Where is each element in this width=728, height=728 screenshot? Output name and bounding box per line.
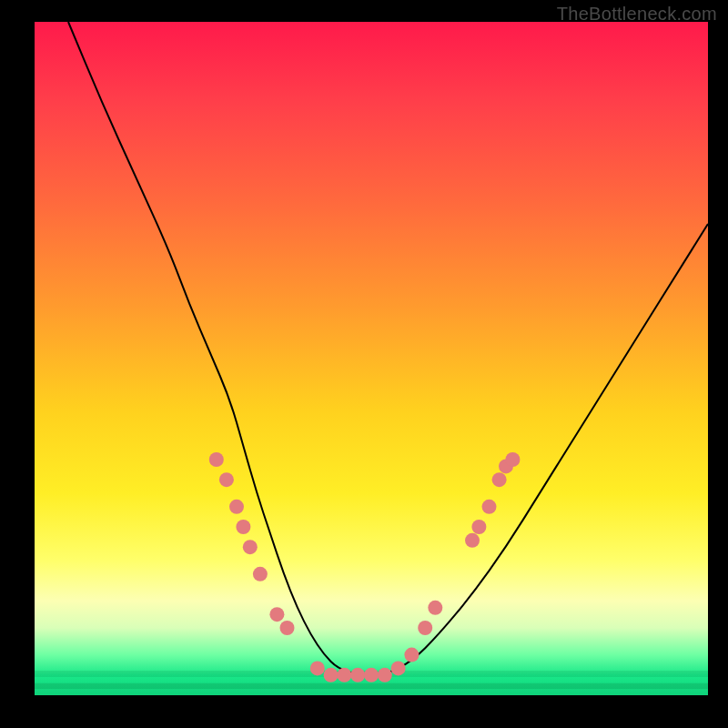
highlight-point (337, 668, 351, 682)
highlight-point (418, 621, 432, 635)
chart-svg (35, 22, 708, 695)
highlight-point (350, 668, 365, 682)
highlight-point (209, 452, 224, 467)
highlight-point (229, 500, 244, 514)
chart-frame: TheBottleneck.com (0, 0, 728, 728)
highlight-point (471, 520, 486, 534)
highlight-point (280, 621, 295, 635)
highlight-point (310, 661, 325, 675)
highlight-point (465, 533, 480, 548)
highlight-point (428, 601, 442, 615)
highlight-point (243, 540, 258, 554)
highlight-point (505, 452, 520, 467)
plot-area (35, 22, 708, 695)
highlight-point (391, 661, 406, 675)
highlight-point (492, 472, 507, 487)
highlight-point (253, 567, 268, 581)
highlight-point (236, 520, 250, 534)
highlight-point (482, 500, 497, 514)
highlight-point (219, 472, 234, 487)
highlight-point (404, 648, 419, 662)
highlight-point (269, 607, 284, 622)
bottleneck-curve (68, 22, 708, 675)
highlight-point (364, 668, 379, 682)
highlight-point (324, 668, 339, 682)
curve-layer (68, 22, 708, 675)
highlight-point (378, 668, 392, 682)
